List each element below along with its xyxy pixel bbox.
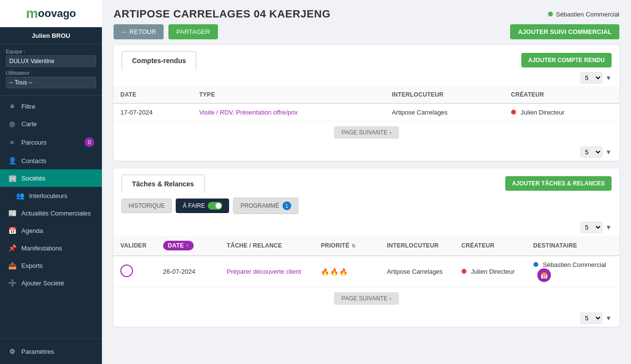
createur-name: Julien Directeur bbox=[520, 109, 564, 116]
utilisateur-select[interactable]: -- Tous -- bbox=[6, 77, 96, 88]
logo-area: m oovago bbox=[0, 0, 102, 27]
col-sort bbox=[205, 236, 220, 256]
col-sort2 bbox=[365, 236, 380, 256]
dropdown-arrow: ▼ bbox=[605, 74, 612, 82]
chevron-right-icon: › bbox=[389, 295, 391, 302]
comptes-rendus-per-page-bottom[interactable]: 51020 bbox=[581, 147, 602, 158]
afaire-button[interactable]: À FAIRE bbox=[176, 199, 229, 213]
ajouter-icon: ➕ bbox=[8, 279, 17, 287]
historique-button[interactable]: HISTORIQUE bbox=[121, 199, 172, 213]
programme-button[interactable]: PROGRAMMÉ 1 bbox=[233, 198, 298, 214]
col-createur: Créateur bbox=[504, 86, 619, 103]
contacts-icon: 👤 bbox=[8, 157, 17, 165]
add-taches-button[interactable]: AJOUTER TÂCHES & RELANCES bbox=[505, 176, 612, 191]
back-button[interactable]: ← RETOUR bbox=[114, 24, 164, 39]
type-link[interactable]: Visite / RDV, Présentation offre/prix bbox=[199, 109, 298, 116]
logo-icon: m bbox=[26, 6, 38, 21]
cell-destinataire: Sébastien Commercial 📅 bbox=[527, 256, 619, 287]
equipe-select[interactable]: DULUX Valentine bbox=[6, 55, 96, 67]
sidebar-item-exports[interactable]: 📤 Exports bbox=[0, 257, 102, 274]
share-button[interactable]: PARTAGER bbox=[168, 24, 217, 39]
sidebar-item-agenda[interactable]: 📅 Agenda bbox=[0, 222, 102, 239]
afaire-label: À FAIRE bbox=[183, 202, 205, 209]
priority-flames: 🔥🔥🔥 bbox=[321, 268, 349, 276]
col-tache: Tâche / Relance bbox=[220, 236, 314, 256]
col-interlocuteur: Interlocuteur bbox=[385, 86, 504, 103]
comptes-rendus-per-page[interactable]: 51020 bbox=[581, 72, 602, 83]
page-next-button[interactable]: PAGE SUIVANTE › bbox=[334, 126, 399, 139]
programme-badge: 1 bbox=[282, 201, 291, 210]
logo-text: oovago bbox=[38, 7, 76, 20]
sidebar-item-interlocuteurs[interactable]: 👥 Interlocuteurs bbox=[0, 187, 102, 204]
tache-link[interactable]: Préparer découverte client bbox=[227, 268, 300, 275]
page-next-label: PAGE SUIVANTE bbox=[342, 129, 388, 136]
sidebar-item-label: Paramètres bbox=[21, 348, 54, 355]
taches-per-page[interactable]: 51020 bbox=[581, 222, 602, 233]
col-createur: Créateur bbox=[455, 236, 527, 256]
sidebar-item-label: Actualités Commerciales bbox=[21, 210, 91, 217]
user-status-dot bbox=[548, 12, 553, 17]
afaire-toggle[interactable] bbox=[208, 202, 222, 210]
calendar-button[interactable]: 📅 bbox=[537, 268, 551, 282]
exports-icon: 📤 bbox=[8, 262, 17, 269]
table-row: 17-07-2024 Visite / RDV, Présentation of… bbox=[114, 103, 619, 121]
sidebar-item-actualites[interactable]: 📰 Actualités Commerciales bbox=[0, 204, 102, 222]
cell-valider[interactable] bbox=[114, 256, 156, 287]
sidebar-item-carte[interactable]: ◎ Carte bbox=[0, 115, 102, 132]
sidebar-item-label: Manifestations bbox=[21, 245, 62, 252]
col-type: Type bbox=[192, 86, 385, 103]
taches-table: Valider Date ↑ Tâche / Relance Priorité … bbox=[114, 236, 619, 287]
cell-priority: 🔥🔥🔥 bbox=[314, 256, 365, 287]
equipe-label: Equipe : bbox=[6, 49, 96, 54]
cell-createur: Julien Directeur bbox=[455, 256, 527, 287]
createur-name: Julien Directeur bbox=[471, 268, 515, 275]
comptes-rendus-pagination: PAGE SUIVANTE › bbox=[114, 121, 619, 144]
sidebar-item-filtre[interactable]: ≡ Filtre bbox=[0, 98, 102, 115]
taches-header: Tâches & Relances AJOUTER TÂCHES & RELAN… bbox=[114, 168, 619, 193]
sidebar-item-manifestations[interactable]: 📌 Manifestations bbox=[0, 239, 102, 257]
createur-dot bbox=[462, 269, 466, 274]
sidebar-item-parametres[interactable]: ⚙ Paramètres bbox=[8, 344, 94, 359]
sidebar-user: Julien BROU bbox=[0, 27, 102, 45]
cell-interlocuteur: Artipose Carrelages bbox=[385, 103, 504, 121]
taches-per-page-bottom[interactable]: 51020 bbox=[581, 313, 602, 324]
sort-up-icon: ↑ bbox=[186, 242, 189, 249]
validate-circle[interactable] bbox=[120, 265, 133, 277]
priorite-sort-icon[interactable]: ⇅ bbox=[351, 243, 355, 248]
add-compte-rendu-button[interactable]: AJOUTER COMPTE RENDU bbox=[521, 53, 612, 67]
cell-tache[interactable]: Préparer découverte client bbox=[220, 256, 314, 287]
top-bar: ARTIPOSE CARRELAGES 04 KAERJENG Sébastie… bbox=[102, 0, 631, 24]
manifestations-icon: 📌 bbox=[8, 244, 17, 252]
interlocuteurs-icon: 👥 bbox=[16, 192, 24, 199]
cell-interlocuteur: Artipose Carrelages bbox=[380, 256, 454, 287]
add-suivi-button[interactable]: AJOUTER SUIVI COMMERCIAL bbox=[510, 24, 619, 39]
sidebar-item-label: Parcours bbox=[21, 139, 47, 146]
sidebar-item-label: Exports bbox=[21, 262, 43, 269]
tasks-toolbar: HISTORIQUE À FAIRE PROGRAMMÉ 1 bbox=[114, 193, 619, 219]
sidebar-item-contacts[interactable]: 👤 Contacts bbox=[0, 152, 102, 169]
chevron-right-icon: › bbox=[389, 129, 391, 136]
taches-section: Tâches & Relances AJOUTER TÂCHES & RELAN… bbox=[114, 168, 619, 327]
action-bar: ← RETOUR PARTAGER AJOUTER SUIVI COMMERCI… bbox=[102, 24, 631, 45]
date-sort-badge[interactable]: Date ↑ bbox=[163, 241, 194, 250]
taches-page-next-button[interactable]: PAGE SUIVANTE › bbox=[334, 292, 399, 305]
sidebar-item-label: Filtre bbox=[21, 103, 35, 110]
sidebar-item-societes[interactable]: 🏢 Sociétés bbox=[0, 169, 102, 187]
cell-type[interactable]: Visite / RDV, Présentation offre/prix bbox=[192, 103, 385, 121]
destinataire-name: Sébastien Commercial bbox=[543, 261, 606, 268]
sidebar-item-parcours[interactable]: ≈ Parcours 0 bbox=[0, 132, 102, 152]
page-next-label: PAGE SUIVANTE bbox=[342, 295, 388, 302]
sidebar-bottom: ⚙ Paramètres bbox=[0, 338, 102, 364]
col-priorite: Priorité ⇅ bbox=[314, 236, 365, 256]
dropdown-arrow-bottom: ▼ bbox=[605, 149, 612, 156]
carte-icon: ◎ bbox=[8, 120, 17, 128]
taches-pagination: PAGE SUIVANTE › bbox=[114, 287, 619, 310]
content: Comptes-rendus AJOUTER COMPTE RENDU 5102… bbox=[102, 45, 631, 346]
utilisateur-label: Utilisateur : bbox=[6, 70, 96, 76]
sidebar-item-ajouter-societe[interactable]: ➕ Ajouter Société bbox=[0, 274, 102, 292]
cell-date: 17-07-2024 bbox=[114, 103, 192, 121]
user-indicator: Sébastien Commercial bbox=[548, 11, 619, 18]
taches-tab: Tâches & Relances bbox=[121, 174, 205, 193]
cell-date: 26-07-2024 bbox=[156, 256, 205, 287]
sidebar: m oovago Julien BROU Equipe : DULUX Vale… bbox=[0, 0, 102, 364]
